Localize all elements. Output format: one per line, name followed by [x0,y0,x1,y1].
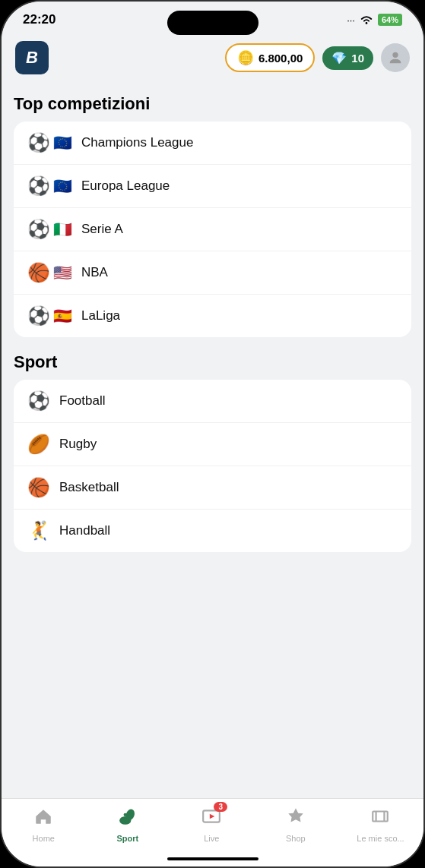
handball-icon: 🤾 [27,522,50,540]
main-content: Top competizioni ⚽ 🇪🇺 Champions League ⚽… [2,84,423,792]
logo-button[interactable]: B [15,41,49,74]
dynamic-island [167,11,258,35]
basketball-label: Basketball [59,480,119,495]
basketball-icon: 🏀 [27,264,50,282]
tab-mie-sco[interactable]: Le mie sco... [357,806,404,843]
sport-tab-icon [118,806,138,831]
svg-rect-7 [373,812,389,822]
svg-point-0 [366,22,368,24]
soccer-ball-icon: ⚽ [27,220,50,238]
serie-a-label: Serie A [81,222,123,237]
rugby-icon: 🏉 [27,435,50,453]
battery-icon: 64% [378,14,402,26]
svg-point-4 [123,813,126,816]
list-item[interactable]: ⚽ Football [14,380,411,423]
sport-section-title: Sport [14,352,411,372]
profile-button[interactable] [381,43,410,72]
laliga-label: LaLiga [81,308,120,324]
header: B 🪙 6.800,00 💎 10 [2,32,423,84]
list-item[interactable]: 🏀 Basketball [14,466,411,510]
gems-badge[interactable]: 💎 10 [322,46,373,70]
list-item[interactable]: 🏉 Rugby [14,423,411,466]
status-time: 22:20 [23,12,56,27]
shop-tab-label: Shop [286,834,306,843]
tab-live[interactable]: 3 Live [189,806,234,843]
gems-value: 10 [351,52,364,65]
list-item[interactable]: ⚽ 🇪🇸 LaLiga [14,295,411,337]
list-item[interactable]: 🏀 🇺🇸 NBA [14,251,411,295]
coin-icon: 🪙 [237,49,254,66]
status-icons: ··· 64% [347,14,402,27]
mie-sco-tab-icon [370,806,390,831]
basketball-sport-icon: 🏀 [27,478,50,497]
soccer-ball-icon: ⚽ [27,177,50,195]
usa-flag-icon: 🇺🇸 [53,265,72,280]
europa-league-label: Europa League [81,178,170,194]
home-indicator [167,857,258,860]
soccer-ball-icon: ⚽ [27,307,50,325]
tab-bar: Home Sport 3 [2,798,423,866]
tab-shop[interactable]: Shop [273,806,319,843]
phone-frame: 22:20 ··· 64% B 🪙 6.800,00 [0,0,425,868]
football-label: Football [59,393,105,409]
signal-dots: ··· [347,14,355,26]
home-icon [33,806,53,831]
list-item[interactable]: ⚽ 🇪🇺 Europa League [14,165,411,208]
spain-flag-icon: 🇪🇸 [53,308,72,324]
list-item[interactable]: ⚽ 🇪🇺 Champions League [14,122,411,165]
gem-icon: 💎 [331,51,347,65]
nba-label: NBA [81,265,108,280]
list-item[interactable]: 🤾 Handball [14,510,411,552]
sport-tab-label: Sport [116,834,138,843]
italy-flag-icon: 🇮🇹 [53,222,72,237]
mie-sco-tab-label: Le mie sco... [357,834,404,843]
soccer-ball-icon: ⚽ [27,134,50,152]
handball-label: Handball [59,523,110,538]
eu-flag-icon: 🇪🇺 [53,135,72,150]
coins-badge[interactable]: 🪙 6.800,00 [225,43,315,72]
champions-league-label: Champions League [81,135,193,150]
wifi-icon [360,14,373,27]
football-icon: ⚽ [27,392,50,410]
coins-value: 6.800,00 [258,52,303,65]
home-tab-label: Home [33,834,55,843]
svg-marker-6 [210,814,215,819]
top-competitions-title: Top competizioni [14,94,411,114]
rugby-label: Rugby [59,437,97,452]
svg-point-1 [392,52,398,58]
live-badge: 3 [214,802,227,812]
tab-home[interactable]: Home [21,806,66,843]
header-actions: 🪙 6.800,00 💎 10 [225,43,410,72]
eu-flag-icon: 🇪🇺 [53,178,72,194]
live-tab-label: Live [204,834,219,843]
list-item[interactable]: ⚽ 🇮🇹 Serie A [14,208,411,251]
live-tab-icon [201,810,221,830]
sport-list: ⚽ Football 🏉 Rugby 🏀 Basketball 🤾 [14,380,411,552]
tab-sport[interactable]: Sport [105,806,151,843]
top-competitions-list: ⚽ 🇪🇺 Champions League ⚽ 🇪🇺 Europa League… [14,122,411,337]
shop-tab-icon [286,806,306,831]
